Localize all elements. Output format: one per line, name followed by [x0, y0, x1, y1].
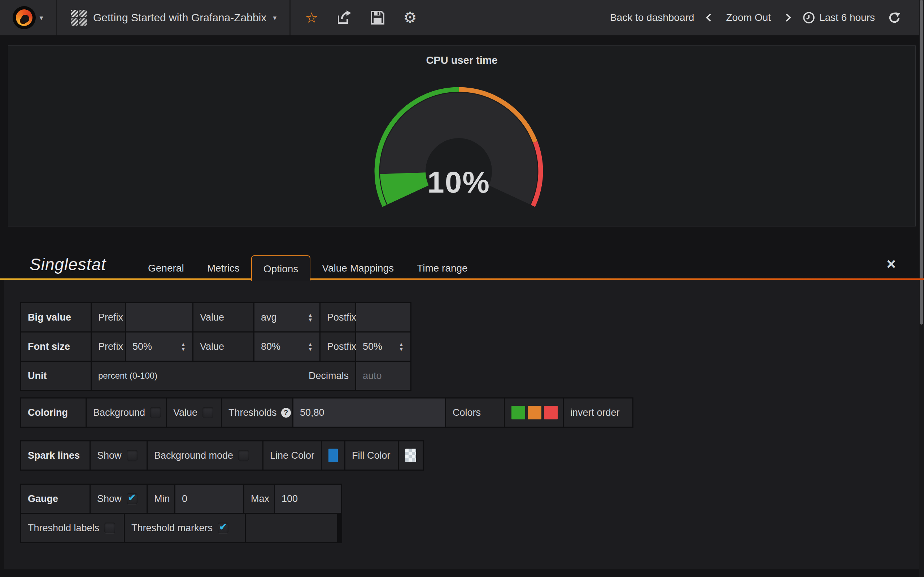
- line-color-cell: [322, 442, 344, 469]
- time-shift-left-icon[interactable]: [706, 14, 714, 22]
- scrollbar-thumb[interactable]: [920, 0, 923, 324]
- decimals-label: Decimals: [309, 371, 349, 382]
- gauge-show-checkbox[interactable]: ✔: [127, 493, 137, 504]
- unit-value-cell: percent (0-100) Decimals: [92, 362, 355, 390]
- threshold-labels-checkbox[interactable]: [104, 522, 115, 533]
- settings-button[interactable]: ⚙: [403, 10, 417, 25]
- coloring-label: Coloring: [21, 398, 86, 427]
- page-scrollbar[interactable]: [919, 0, 924, 577]
- spark-lines-label: Spark lines: [21, 442, 89, 469]
- editor-tabs: General Metrics Options Value Mappings T…: [136, 255, 479, 280]
- singlestat-panel: CPU user time 10%: [8, 45, 916, 226]
- thresholds-input[interactable]: [300, 407, 439, 418]
- big-value-postfix-input[interactable]: [363, 312, 404, 323]
- gauge-max-input[interactable]: [281, 493, 334, 504]
- tab-value-mappings[interactable]: Value Mappings: [310, 257, 405, 280]
- postfix-input-cell: [356, 303, 410, 331]
- unit-row: Unit percent (0-100) Decimals: [21, 362, 410, 390]
- max-input-cell: [275, 485, 341, 513]
- save-button[interactable]: [371, 11, 384, 24]
- tab-general[interactable]: General: [136, 257, 195, 280]
- gauge-min-input[interactable]: [182, 493, 237, 504]
- background-checkbox[interactable]: [150, 407, 161, 418]
- background-label: Background: [93, 407, 145, 418]
- threshold-color-swatch-orange[interactable]: [528, 406, 541, 419]
- unit-select-link[interactable]: percent (0-100): [98, 371, 157, 381]
- grafana-dashboard-screen: ▾ Getting Started with Grafana-Zabbix ▾ …: [0, 0, 924, 577]
- line-color-swatch[interactable]: [328, 449, 338, 462]
- grafana-main-menu[interactable]: ▾: [0, 0, 57, 35]
- clock-icon: [803, 11, 815, 24]
- value-fontsize-select[interactable]: 80% ▲▼: [254, 332, 320, 361]
- empty-cell: [246, 514, 337, 542]
- gauge-row: Gauge Show ✔ Min Max: [21, 485, 341, 513]
- options-editor-pane: Big value Prefix Value avg ▲▼ Postfix Fo…: [4, 280, 920, 569]
- threshold-color-swatch-red[interactable]: [544, 406, 558, 419]
- dashboard-title-dropdown[interactable]: Getting Started with Grafana-Zabbix ▾: [57, 0, 291, 35]
- refresh-icon: [888, 11, 901, 24]
- save-icon: [371, 11, 384, 24]
- help-icon[interactable]: ?: [281, 408, 291, 417]
- value-checkbox[interactable]: [202, 407, 213, 418]
- gauge-options-table: Gauge Show ✔ Min Max Threshold labels: [20, 484, 342, 543]
- prefix-label: Prefix: [92, 332, 125, 361]
- zoom-out-button[interactable]: Zoom Out: [726, 12, 771, 23]
- unit-label: Unit: [21, 362, 90, 390]
- time-range-picker[interactable]: Last 6 hours: [803, 11, 875, 24]
- chevron-down-icon: ▾: [39, 13, 43, 22]
- threshold-markers-checkbox[interactable]: ✔: [218, 522, 228, 533]
- big-value-label: Big value: [21, 303, 90, 331]
- postfix-label: Postfix: [320, 303, 355, 331]
- threshold-markers-cell: Threshold markers ✔: [125, 514, 245, 542]
- threshold-color-swatch-green[interactable]: [512, 406, 525, 419]
- value-label: Value: [194, 332, 254, 361]
- fill-color-swatch[interactable]: [405, 449, 416, 462]
- prefix-label: Prefix: [92, 303, 125, 331]
- spark-lines-table: Spark lines Show Background mode Line Co…: [20, 440, 424, 471]
- share-button[interactable]: [337, 10, 352, 25]
- big-value-row: Big value Prefix Value avg ▲▼ Postfix: [21, 303, 410, 331]
- grafana-logo-icon: [13, 6, 36, 29]
- thresholds-label: Thresholds: [228, 407, 277, 418]
- panel-type-title: Singlestat: [30, 255, 106, 274]
- max-label: Max: [244, 485, 274, 513]
- font-size-row: Font size Prefix 50% ▲▼ Value 80% ▲▼ Pos…: [21, 332, 410, 361]
- prefix-fontsize-select[interactable]: 50% ▲▼: [126, 332, 192, 361]
- close-editor-icon[interactable]: ×: [887, 256, 896, 272]
- chevron-down-icon: ▾: [273, 13, 276, 22]
- big-value-stat-select[interactable]: avg ▲▼: [254, 303, 320, 331]
- coloring-table: Coloring Background Value Thresholds ? C…: [20, 397, 633, 428]
- value-color-label: Value: [173, 407, 197, 418]
- background-mode-checkbox[interactable]: [238, 450, 249, 461]
- show-label: Show: [97, 493, 122, 504]
- line-color-label: Line Color: [263, 442, 321, 469]
- tab-options[interactable]: Options: [251, 255, 311, 281]
- tab-time-range[interactable]: Time range: [405, 257, 479, 280]
- select-arrows-icon: ▲▼: [394, 342, 404, 351]
- decimals-input[interactable]: [363, 371, 404, 382]
- star-button[interactable]: ☆: [305, 10, 318, 25]
- time-shift-right-icon[interactable]: [783, 14, 791, 22]
- thresholds-input-cell: [294, 398, 445, 427]
- back-to-dashboard-button[interactable]: Back to dashboard: [610, 12, 695, 23]
- threshold-toggles-row: Threshold labels Threshold markers ✔: [21, 514, 341, 542]
- spark-show-checkbox[interactable]: [127, 450, 137, 461]
- value-toggle-cell: Value: [167, 398, 221, 427]
- gauge-value: 10%: [386, 165, 531, 200]
- decimals-input-cell: [356, 362, 410, 390]
- background-toggle-cell: Background: [87, 398, 166, 427]
- postfix-fontsize-select[interactable]: 50% ▲▼: [356, 332, 410, 361]
- invert-order-button[interactable]: invert order: [564, 398, 632, 427]
- colors-label: Colors: [446, 398, 504, 427]
- panel-title: CPU user time: [8, 55, 915, 66]
- big-value-prefix-input[interactable]: [132, 312, 186, 323]
- share-icon: [337, 10, 352, 25]
- tab-metrics[interactable]: Metrics: [195, 257, 251, 280]
- spark-lines-row: Spark lines Show Background mode Line Co…: [21, 442, 423, 469]
- time-range-label: Last 6 hours: [819, 12, 875, 23]
- refresh-button[interactable]: [888, 11, 901, 24]
- min-label: Min: [148, 485, 174, 513]
- select-arrows-icon: ▲▼: [303, 313, 313, 322]
- postfix-label: Postfix: [320, 332, 355, 361]
- prefix-input-cell: [126, 303, 192, 331]
